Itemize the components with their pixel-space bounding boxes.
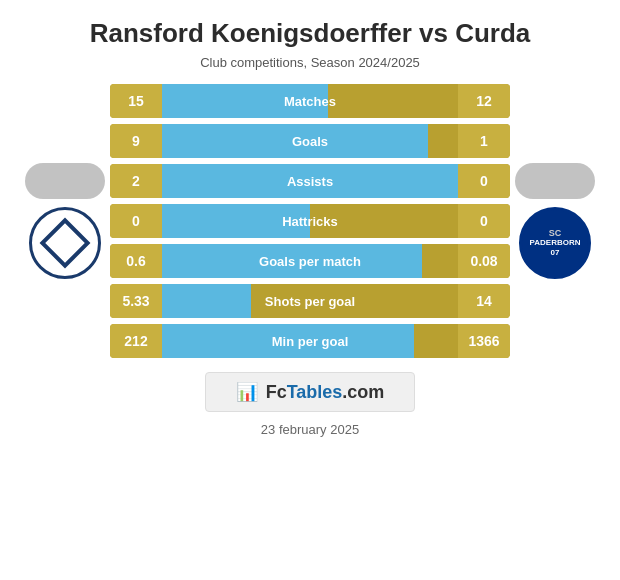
stat-bar-area: Goals per match [162,244,458,278]
stat-row: 9Goals1 [110,124,510,158]
stat-right-value: 0 [458,164,510,198]
stats-rows: 15Matches129Goals12Assists00Hattricks00.… [110,84,510,358]
stat-right-value: 0.08 [458,244,510,278]
stat-label: Goals per match [259,254,361,269]
stat-label: Min per goal [272,334,349,349]
stat-left-value: 212 [110,324,162,358]
stat-bar-area: Shots per goal [162,284,458,318]
paderborn-logo-sc: SC [549,228,562,238]
stat-left-value: 9 [110,124,162,158]
hsv-logo [29,207,101,279]
stat-label: Goals [292,134,328,149]
hsv-oval [25,163,105,199]
stat-label: Shots per goal [265,294,355,309]
stat-label: Assists [287,174,333,189]
stat-left-value: 15 [110,84,162,118]
stat-left-value: 0 [110,204,162,238]
stat-right-value: 12 [458,84,510,118]
fctables-text: FcTables.com [266,382,385,403]
hsv-diamond-icon [40,218,91,269]
stat-row: 212Min per goal1366 [110,324,510,358]
paderborn-oval [515,163,595,199]
stat-bar-area: Hattricks [162,204,458,238]
stat-right-value: 0 [458,204,510,238]
stat-bar-area: Goals [162,124,458,158]
fctables-icon: 📊 [236,381,258,403]
stats-section: 15Matches129Goals12Assists00Hattricks00.… [20,84,600,358]
stat-bar-area: Assists [162,164,458,198]
stat-row: 15Matches12 [110,84,510,118]
stat-right-value: 1 [458,124,510,158]
logo-left-area [20,163,110,279]
stat-row: 0.6Goals per match0.08 [110,244,510,278]
stat-bar-area: Matches [162,84,458,118]
stat-row: 5.33Shots per goal14 [110,284,510,318]
stat-bar-area: Min per goal [162,324,458,358]
stat-right-value: 1366 [458,324,510,358]
stat-label: Hattricks [282,214,338,229]
stat-left-value: 5.33 [110,284,162,318]
page-container: Ransford Koenigsdoerffer vs Curda Club c… [0,0,620,580]
fctables-banner: 📊 FcTables.com [205,372,416,412]
page-subtitle: Club competitions, Season 2024/2025 [200,55,420,70]
stat-left-value: 2 [110,164,162,198]
logo-right-area: SC PADERBORN07 [510,163,600,279]
page-title: Ransford Koenigsdoerffer vs Curda [90,18,531,49]
stat-row: 2Assists0 [110,164,510,198]
stat-row: 0Hattricks0 [110,204,510,238]
stat-fill-bar [162,284,251,318]
stat-label: Matches [284,94,336,109]
stat-right-value: 14 [458,284,510,318]
paderborn-logo: SC PADERBORN07 [519,207,591,279]
paderborn-logo-name: PADERBORN07 [530,238,581,259]
date-footer: 23 february 2025 [261,422,359,437]
stat-left-value: 0.6 [110,244,162,278]
